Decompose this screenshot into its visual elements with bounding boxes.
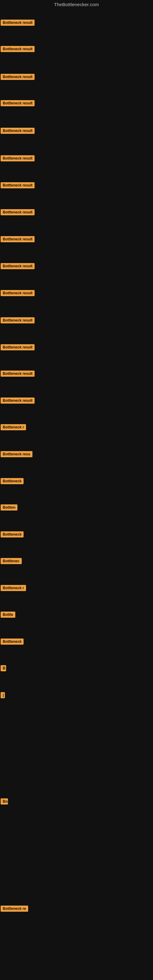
bottleneck-row: Bottlen <box>1 504 18 512</box>
bottleneck-result-label: Bottleneck result <box>1 290 35 296</box>
bottleneck-result-label: Bottleneck result <box>1 209 35 215</box>
bottleneck-row: Bottleneck re <box>1 905 28 913</box>
bottleneck-result-label: Bottleneck r <box>1 424 26 430</box>
bottleneck-result-label: Bottleneck result <box>1 317 35 323</box>
bottleneck-row: Bottleneck result <box>1 263 35 270</box>
bottleneck-result-label: Bo <box>1 799 8 805</box>
bottleneck-row: Bottleneck result <box>1 46 35 53</box>
bottleneck-row: Bottleneck result <box>1 371 35 378</box>
bottleneck-row: Bottleneck resu <box>1 451 32 458</box>
bottleneck-row: Bottlenec <box>1 558 22 565</box>
bottleneck-row: Bo <box>1 799 8 806</box>
bottleneck-row: B <box>1 665 6 673</box>
bottleneck-result-label: Bottleneck result <box>1 371 35 377</box>
bottleneck-row: Bottleneck result <box>1 100 35 108</box>
bottleneck-result-label: Bottleneck <box>1 478 24 484</box>
bottleneck-result-label: Bottleneck re <box>1 905 28 912</box>
bottleneck-result-label: Bottleneck result <box>1 344 35 350</box>
bottleneck-result-label: Bottleneck result <box>1 236 35 242</box>
bottleneck-row: Bottleneck r <box>1 585 26 592</box>
bottleneck-result-label: Bottleneck result <box>1 182 35 188</box>
bottleneck-row: Bottleneck result <box>1 236 35 243</box>
bottleneck-row: Bottleneck <box>1 531 24 539</box>
bottleneck-result-label: Bottleneck r <box>1 585 26 591</box>
site-title: TheBottlenecker.com <box>0 0 153 8</box>
bottleneck-row: Bottleneck result <box>1 128 35 135</box>
bottleneck-row: Bottleneck result <box>1 155 35 162</box>
bottleneck-result-label: Bottleneck result <box>1 263 35 269</box>
bottleneck-row: Bottleneck result <box>1 74 35 81</box>
bottleneck-result-label: Bottleneck result <box>1 74 35 80</box>
bottleneck-result-label: Bottleneck result <box>1 20 35 26</box>
bottleneck-row: Bottle <box>1 612 15 619</box>
bottleneck-result-label: | <box>1 692 5 698</box>
bottleneck-row: Bottleneck result <box>1 344 35 352</box>
bottleneck-row: | <box>1 692 5 700</box>
bottleneck-result-label: Bottleneck resu <box>1 451 32 457</box>
bottleneck-result-label: Bottleneck result <box>1 100 35 106</box>
bottleneck-result-label: Bottleneck result <box>1 155 35 161</box>
bottleneck-result-label: Bottleneck result <box>1 398 35 404</box>
bottleneck-row: Bottleneck result <box>1 182 35 189</box>
bottleneck-row: Bottleneck <box>1 478 24 485</box>
bottleneck-result-label: Bottleneck <box>1 638 24 645</box>
bottleneck-result-label: B <box>1 665 6 671</box>
bottleneck-row: Bottleneck r <box>1 424 26 431</box>
bottleneck-result-label: Bottleneck result <box>1 128 35 134</box>
bottleneck-row: Bottleneck result <box>1 317 35 325</box>
bottleneck-result-label: Bottlenec <box>1 558 22 564</box>
bottleneck-result-label: Bottleneck result <box>1 46 35 52</box>
bottleneck-row: Bottleneck result <box>1 290 35 298</box>
bottleneck-row: Bottleneck result <box>1 20 35 27</box>
bottleneck-result-label: Bottle <box>1 612 15 618</box>
bottleneck-row: Bottleneck result <box>1 209 35 216</box>
bottleneck-result-label: Bottlen <box>1 504 18 511</box>
bottleneck-row: Bottleneck result <box>1 398 35 405</box>
bottleneck-row: Bottleneck <box>1 638 24 646</box>
bottleneck-result-label: Bottleneck <box>1 531 24 538</box>
